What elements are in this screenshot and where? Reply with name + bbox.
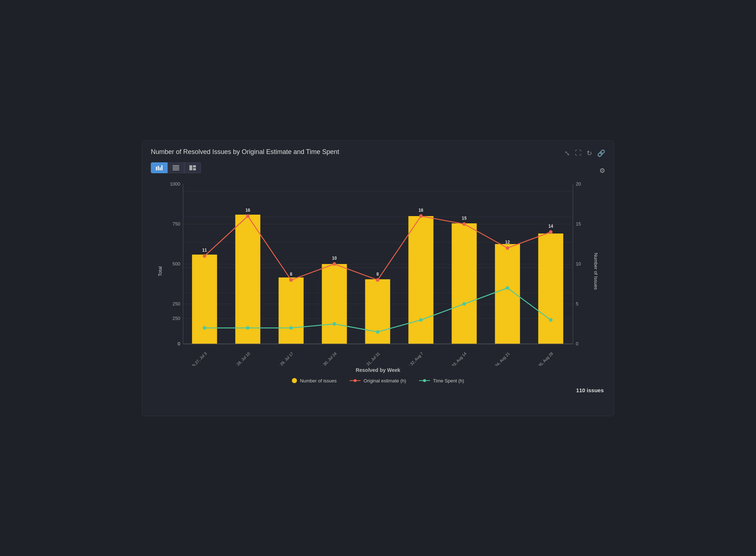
svg-rect-4 <box>173 165 179 166</box>
oe-dot-9 <box>549 230 552 234</box>
chart-view-button[interactable] <box>151 162 168 173</box>
ts-dot-7 <box>462 302 466 306</box>
svg-text:Wk.32, Aug 7: Wk.32, Aug 7 <box>405 351 424 365</box>
oe-dot-7 <box>462 222 466 226</box>
svg-point-59 <box>423 379 426 382</box>
ts-dot-9 <box>549 318 552 322</box>
header-icons: ⤡ ⛶ ↻ 🔗 <box>564 149 605 157</box>
oe-dot-1 <box>203 254 206 258</box>
svg-text:0: 0 <box>178 341 180 346</box>
svg-rect-5 <box>173 167 179 167</box>
svg-text:16: 16 <box>419 207 424 212</box>
svg-text:12: 12 <box>505 239 510 244</box>
svg-text:Wk.27, Jul 3: Wk.27, Jul 3 <box>189 351 208 365</box>
svg-rect-0 <box>156 167 157 170</box>
svg-rect-8 <box>189 165 192 170</box>
svg-point-57 <box>354 379 357 382</box>
chart-legend: Number of issues Original estimate (h) T… <box>151 378 605 383</box>
settings-icon[interactable]: ⚙ <box>599 167 605 175</box>
oe-dot-6 <box>419 214 423 218</box>
legend-label-ts: Time Spent (h) <box>433 378 464 383</box>
ts-dot-6 <box>419 318 423 322</box>
svg-text:Wk.29, Jul 17: Wk.29, Jul 17 <box>274 351 294 365</box>
legend-number-of-issues: Number of issues <box>292 378 337 383</box>
svg-text:Wk.31, Jul 31: Wk.31, Jul 31 <box>361 351 381 365</box>
ts-dot-8 <box>506 286 509 290</box>
chart-card: Number of Resolved Issues by Original Es… <box>142 140 614 416</box>
svg-rect-10 <box>193 168 196 170</box>
svg-text:750: 750 <box>173 221 180 226</box>
legend-dot-issues <box>292 378 297 383</box>
fullscreen-icon[interactable]: ⛶ <box>575 149 582 157</box>
refresh-icon[interactable]: ↻ <box>587 149 592 157</box>
main-chart-svg: 0 250 0 250 500 750 1000 0 <box>154 177 602 366</box>
svg-text:15: 15 <box>462 215 467 220</box>
svg-rect-1 <box>158 166 159 170</box>
oe-dot-5 <box>376 278 379 282</box>
ts-dot-2 <box>246 326 250 330</box>
bar-wk30 <box>322 264 347 344</box>
svg-text:14: 14 <box>548 223 554 228</box>
bar-wk31 <box>365 279 390 344</box>
svg-text:Wk.28, Jul 10: Wk.28, Jul 10 <box>231 351 251 365</box>
svg-text:Wk.35, Aug 28: Wk.35, Aug 28 <box>532 351 554 365</box>
oe-dot-3 <box>289 278 293 282</box>
svg-text:8: 8 <box>377 271 379 276</box>
svg-text:250: 250 <box>173 301 180 306</box>
legend-line-ts <box>419 378 430 383</box>
chart-title: Number of Resolved Issues by Original Es… <box>151 148 339 156</box>
svg-text:20: 20 <box>576 181 581 186</box>
legend-line-oe <box>350 378 361 383</box>
svg-text:10: 10 <box>332 255 337 260</box>
svg-rect-6 <box>173 168 179 169</box>
svg-text:250: 250 <box>173 315 180 321</box>
bar-wk28 <box>235 215 260 344</box>
svg-text:16: 16 <box>245 207 250 212</box>
svg-text:Wk.30, Jul 24: Wk.30, Jul 24 <box>318 351 338 365</box>
ts-dot-4 <box>333 322 336 326</box>
svg-text:1000: 1000 <box>170 181 180 186</box>
table-view-button[interactable] <box>168 162 184 173</box>
svg-rect-7 <box>173 170 179 170</box>
oe-dot-4 <box>333 262 336 266</box>
ts-dot-1 <box>203 326 206 330</box>
svg-text:0: 0 <box>576 341 578 346</box>
svg-text:10: 10 <box>576 261 581 266</box>
view-toolbar <box>151 162 605 173</box>
svg-text:Wk.34, Aug 21: Wk.34, Aug 21 <box>489 351 510 365</box>
bar-wk32 <box>409 216 434 344</box>
legend-label-issues: Number of issues <box>300 378 337 383</box>
svg-text:15: 15 <box>576 221 581 226</box>
link-icon[interactable]: 🔗 <box>597 149 605 157</box>
svg-rect-3 <box>161 165 162 170</box>
oe-dot-2 <box>246 214 250 218</box>
bar-wk33 <box>452 223 477 344</box>
legend-original-estimate: Original estimate (h) <box>350 378 406 383</box>
bar-wk35 <box>538 234 563 344</box>
svg-text:Total: Total <box>157 266 163 276</box>
split-view-button[interactable] <box>184 162 201 173</box>
bar-wk27 <box>192 255 217 344</box>
ts-dot-3 <box>289 326 293 330</box>
chart-area: 0 250 0 250 500 750 1000 0 <box>154 177 602 366</box>
legend-label-oe: Original estimate (h) <box>363 378 406 383</box>
svg-text:Number of Issues: Number of Issues <box>593 253 599 290</box>
bar-wk29 <box>278 277 303 344</box>
svg-text:Wk.33, Aug 14: Wk.33, Aug 14 <box>446 351 467 365</box>
chart-header: Number of Resolved Issues by Original Es… <box>151 148 605 157</box>
issues-count: 110 issues <box>151 387 605 393</box>
oe-dot-8 <box>506 246 509 250</box>
svg-text:5: 5 <box>576 301 578 306</box>
svg-text:11: 11 <box>202 247 207 252</box>
svg-rect-9 <box>193 165 196 167</box>
svg-text:500: 500 <box>173 261 180 266</box>
svg-text:8: 8 <box>290 271 293 276</box>
x-axis-label: Resolved by Week <box>151 367 605 373</box>
shrink-icon[interactable]: ⤡ <box>564 149 570 157</box>
legend-time-spent: Time Spent (h) <box>419 378 464 383</box>
svg-rect-2 <box>160 167 161 170</box>
ts-dot-5 <box>376 330 379 334</box>
